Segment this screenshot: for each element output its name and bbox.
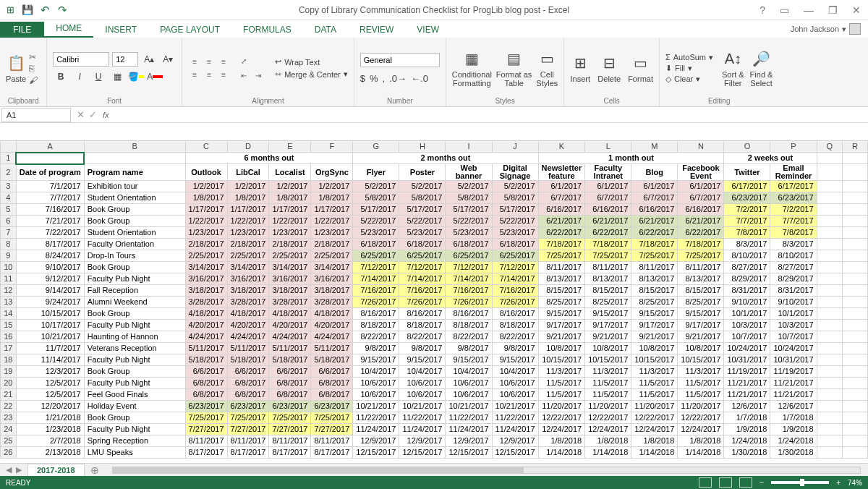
table-row[interactable]: 1711/7/2017Veterans Reception5/11/20175/… (1, 343, 868, 354)
format-painter-icon[interactable]: 🖌 (29, 75, 41, 84)
zoom-in-icon[interactable]: + (836, 479, 841, 487)
normal-view-icon[interactable] (699, 477, 712, 488)
tab-pagelayout[interactable]: PAGE LAYOUT (148, 22, 231, 38)
dec-decimal-icon[interactable]: ←.0 (411, 73, 428, 84)
row-header-11[interactable]: 11 (1, 273, 17, 285)
cell-styles-button[interactable]: ▭Cell Styles (536, 48, 558, 88)
cancel-formula-icon[interactable]: ✕ (77, 109, 85, 120)
currency-icon[interactable]: $ (360, 73, 365, 84)
table-row[interactable]: 98/24/2017Drop-In Tours2/25/20172/25/201… (1, 250, 868, 262)
sort-filter-button[interactable]: A↕Sort & Filter (722, 48, 744, 88)
table-row[interactable]: 1610/21/2017Haunting of Hannon4/24/20174… (1, 331, 868, 343)
row-header-24[interactable]: 24 (1, 424, 17, 435)
row-header-25[interactable]: 25 (1, 435, 17, 447)
row-header-1[interactable]: 1 (1, 153, 17, 164)
table-row[interactable]: 1912/3/2017Book Group6/6/20176/6/20176/6… (1, 366, 868, 378)
format-as-table-button[interactable]: ▤Format as Table (496, 48, 532, 88)
align-right-icon[interactable]: ≡ (217, 69, 230, 80)
grow-font-icon[interactable]: A▴ (141, 52, 157, 67)
col-header-E[interactable]: E (269, 141, 311, 153)
col-header-I[interactable]: I (446, 141, 492, 153)
table-row[interactable]: 139/24/2017Alumni Weekend3/28/20173/28/2… (1, 297, 868, 308)
col-header-K[interactable]: K (538, 141, 585, 153)
table-row[interactable]: 37/1/2017Exhibition tour1/2/20171/2/2017… (1, 181, 868, 192)
row-header-13[interactable]: 13 (1, 297, 17, 308)
accept-formula-icon[interactable]: ✓ (89, 109, 97, 120)
table-row[interactable]: 262/13/2018LMU Speaks8/17/20178/17/20178… (1, 447, 868, 459)
shrink-font-icon[interactable]: A▾ (160, 52, 176, 67)
percent-icon[interactable]: % (370, 73, 378, 84)
page-break-view-icon[interactable] (739, 477, 752, 488)
col-header-P[interactable]: P (770, 141, 817, 153)
table-row[interactable]: 88/17/2017Faculty Orientation2/18/20172/… (1, 239, 868, 250)
fx-icon[interactable]: fx (103, 111, 114, 119)
row-header-26[interactable]: 26 (1, 447, 17, 459)
redo-icon[interactable]: ↷ (56, 4, 68, 16)
row-header-14[interactable]: 14 (1, 308, 17, 320)
horizontal-scrollbar[interactable] (112, 467, 861, 474)
page-layout-view-icon[interactable] (719, 477, 732, 488)
tab-data[interactable]: DATA (303, 22, 348, 38)
font-name-input[interactable] (53, 52, 109, 67)
col-header-H[interactable]: H (399, 141, 446, 153)
zoom-level[interactable]: 74% (848, 479, 862, 487)
row-header-5[interactable]: 5 (1, 204, 17, 216)
table-row[interactable]: 252/7/2018Spring Reception8/11/20178/11/… (1, 435, 868, 447)
help-icon[interactable]: ? (757, 4, 768, 16)
table-row[interactable]: 241/23/2018Faculty Pub Night7/27/20177/2… (1, 424, 868, 435)
formula-bar[interactable] (114, 108, 868, 122)
align-mid-icon[interactable]: ≡ (203, 56, 216, 67)
zoom-slider[interactable] (771, 481, 829, 484)
col-header-O[interactable]: O (724, 141, 770, 153)
sheet-prev-icon[interactable]: ◀ (6, 465, 12, 475)
align-left-icon[interactable]: ≡ (188, 69, 201, 80)
col-header-M[interactable]: M (631, 141, 678, 153)
select-all-corner[interactable] (1, 141, 17, 153)
col-header-G[interactable]: G (353, 141, 399, 153)
row-header-18[interactable]: 18 (1, 354, 17, 366)
paste-button[interactable]: 📋 Paste (6, 53, 26, 83)
tab-formulas[interactable]: FORMULAS (231, 22, 303, 38)
row-header-19[interactable]: 19 (1, 366, 17, 378)
row-header-4[interactable]: 4 (1, 192, 17, 204)
row-header-8[interactable]: 8 (1, 239, 17, 250)
col-header-R[interactable]: R (842, 141, 867, 153)
table-row[interactable]: 57/16/2017Book Group1/17/20171/17/20171/… (1, 204, 868, 216)
row-header-6[interactable]: 6 (1, 216, 17, 227)
copy-icon[interactable]: ⎘ (29, 64, 41, 72)
table-row[interactable]: 1410/15/2017Book Group4/18/20174/18/2017… (1, 308, 868, 320)
row-header-16[interactable]: 16 (1, 331, 17, 343)
autosum-button[interactable]: ΣAutoSum ▾ (665, 53, 713, 62)
col-header-D[interactable]: D (227, 141, 269, 153)
zoom-out-icon[interactable]: − (760, 479, 764, 487)
indent-left-icon[interactable]: ⇤ (237, 70, 250, 80)
save-icon[interactable]: 💾 (22, 4, 33, 16)
col-header-Q[interactable]: Q (817, 141, 842, 153)
row-header-22[interactable]: 22 (1, 401, 17, 412)
fill-button[interactable]: ⬇Fill ▾ (665, 64, 713, 73)
col-header-J[interactable]: J (492, 141, 538, 153)
align-center-icon[interactable]: ≡ (203, 69, 216, 80)
ribbon-collapse-icon[interactable]: ▭ (777, 4, 792, 16)
cell-A1[interactable] (16, 153, 84, 164)
tab-review[interactable]: REVIEW (348, 22, 405, 38)
col-header-L[interactable]: L (585, 141, 631, 153)
row-header-15[interactable]: 15 (1, 320, 17, 331)
inc-decimal-icon[interactable]: .0→ (389, 73, 407, 84)
font-color-icon[interactable]: A (147, 69, 163, 84)
table-row[interactable]: 2212/20/2017Holiday Event6/23/20176/23/2… (1, 401, 868, 412)
wrap-text-button[interactable]: ↩Wrap Text (275, 57, 348, 67)
insert-button[interactable]: ⊞Insert (570, 53, 590, 83)
table-row[interactable]: 2012/5/2017Faculty Pub Night6/8/20176/8/… (1, 378, 868, 389)
indent-right-icon[interactable]: ⇥ (252, 70, 265, 80)
table-row[interactable]: 1811/14/2017Faculty Pub Night5/18/20175/… (1, 354, 868, 366)
col-header-A[interactable]: A (16, 141, 84, 153)
border-icon[interactable]: ▦ (109, 69, 125, 84)
table-row[interactable]: 109/10/2017Book Group3/14/20173/14/20173… (1, 262, 868, 273)
table-row[interactable]: 119/12/2017Faculty Pub Night3/16/20173/1… (1, 273, 868, 285)
underline-button[interactable]: U (90, 69, 106, 84)
row-header-9[interactable]: 9 (1, 250, 17, 262)
row-header-2[interactable]: 2 (1, 164, 17, 181)
sheet-next-icon[interactable]: ▶ (16, 465, 22, 475)
table-row[interactable]: 231/21/2018Book Group7/25/20177/25/20177… (1, 412, 868, 424)
